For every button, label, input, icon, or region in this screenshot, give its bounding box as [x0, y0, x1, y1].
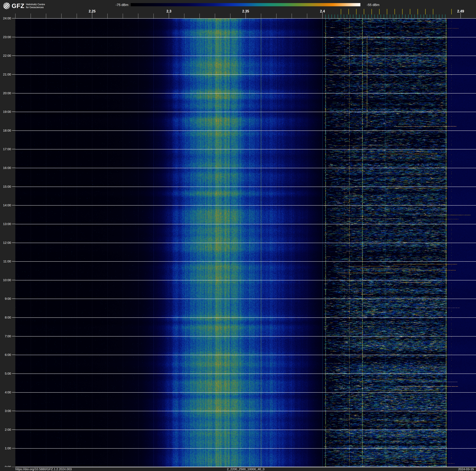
- hour-label: 22:00: [0, 54, 11, 57]
- hour-tick: [12, 224, 15, 224]
- hour-label: 3:00: [0, 409, 11, 413]
- bluetooth-channel-tick: [374, 15, 375, 18]
- freq-minor-tick: [261, 14, 261, 18]
- wifi-channel-tick: [433, 9, 433, 15]
- dataset-id-label: 2_2200_2500_10000_40_0: [15, 468, 476, 471]
- bluetooth-channel-tick: [356, 15, 357, 18]
- bluetooth-channel-tick: [368, 15, 369, 18]
- hour-label: 6:00: [0, 353, 11, 357]
- bluetooth-channel-tick: [384, 15, 384, 18]
- bluetooth-channel-tick: [405, 15, 406, 18]
- freq-major-tick: [460, 13, 461, 18]
- bluetooth-channel-tick: [430, 15, 430, 18]
- hour-label: 4:00: [0, 390, 11, 394]
- hour-label: 16:00: [0, 166, 11, 170]
- bluetooth-channel-tick: [408, 15, 408, 18]
- freq-axis-label: 2.35: [242, 9, 249, 13]
- bluetooth-channel-tick: [439, 15, 439, 18]
- date-label: 2024-03-15: [458, 468, 474, 471]
- freq-minor-tick: [46, 14, 46, 18]
- gfz-logo: GFZ Helmholtz Centre for Geosciences: [3, 1, 45, 10]
- bluetooth-channel-tick: [350, 15, 350, 18]
- freq-minor-tick: [138, 14, 138, 18]
- wifi-channel-tick: [394, 9, 395, 15]
- hour-tick: [12, 430, 15, 430]
- bluetooth-channel-tick: [338, 15, 338, 18]
- bluetooth-channel-tick: [390, 15, 390, 18]
- colorbar-max-label: -55 dBm: [367, 3, 379, 7]
- freq-major-tick: [92, 13, 92, 18]
- hour-label: 24:00: [0, 17, 11, 20]
- hour-label: 18:00: [0, 129, 11, 132]
- freq-major-tick: [322, 13, 323, 18]
- wifi-channel-tick: [418, 9, 418, 15]
- wifi-channel-tick: [402, 9, 403, 15]
- wifi-channel-tick: [387, 9, 387, 15]
- hour-tick: [12, 74, 15, 74]
- freq-minor-tick: [77, 14, 77, 18]
- freq-minor-tick: [230, 14, 230, 18]
- footer-bar: https://doi.org/10.5880/GFZ.1.2.2024.003…: [0, 467, 476, 471]
- wifi-channel-tick: [341, 9, 341, 15]
- bluetooth-channel-tick: [418, 15, 418, 18]
- bluetooth-channel-tick: [399, 15, 399, 18]
- hour-tick: [12, 317, 15, 318]
- hour-tick: [12, 243, 15, 243]
- hour-tick: [12, 336, 15, 336]
- spectrogram-page: GFZ Helmholtz Centre for Geosciences -75…: [0, 0, 476, 471]
- hour-tick: [12, 355, 15, 355]
- bluetooth-channel-tick: [445, 15, 445, 18]
- bluetooth-channel-tick: [365, 15, 366, 18]
- logo-tagline-line1: Helmholtz Centre: [26, 3, 45, 6]
- logo-acronym: GFZ: [12, 2, 24, 9]
- hour-tick: [12, 205, 15, 205]
- freq-axis-label: 2.25: [89, 9, 96, 13]
- wifi-channel-tick: [451, 9, 452, 15]
- hour-tick: [12, 112, 15, 112]
- hour-label: 8:00: [0, 316, 11, 319]
- hour-label: 17:00: [0, 147, 11, 151]
- hour-tick: [12, 392, 15, 392]
- hour-label: 12:00: [0, 241, 11, 245]
- colorbar-min-label: -75 dBm: [110, 3, 128, 7]
- wifi-channel-tick: [379, 9, 380, 15]
- hour-label: 21:00: [0, 72, 11, 76]
- hour-label: 2:00: [0, 428, 11, 432]
- bluetooth-channel-tick: [328, 15, 329, 18]
- hour-tick: [12, 93, 15, 93]
- hour-tick: [12, 18, 15, 18]
- hour-tick: [12, 149, 15, 149]
- freq-axis-label: 2.4: [320, 9, 325, 13]
- bluetooth-channel-tick: [421, 15, 421, 18]
- bluetooth-channel-tick: [442, 15, 442, 18]
- bluetooth-channel-tick: [347, 15, 347, 18]
- freq-minor-tick: [107, 14, 108, 18]
- hour-label: 23:00: [0, 35, 11, 39]
- header-bar: GFZ Helmholtz Centre for Geosciences -75…: [0, 0, 476, 18]
- bluetooth-channel-tick: [362, 15, 362, 18]
- hour-label: 7:00: [0, 334, 11, 338]
- freq-minor-tick: [123, 14, 123, 18]
- freq-minor-tick: [15, 14, 16, 18]
- hour-tick: [12, 411, 15, 411]
- freq-minor-tick: [307, 14, 307, 18]
- bluetooth-channel-tick: [353, 15, 353, 18]
- freq-major-tick: [246, 13, 246, 18]
- bluetooth-channel-tick: [411, 15, 412, 18]
- hour-tick: [12, 280, 15, 280]
- wifi-channel-tick: [348, 9, 349, 15]
- hour-tick: [12, 130, 15, 131]
- hour-label: 1:00: [0, 446, 11, 450]
- hour-label: 5:00: [0, 372, 11, 375]
- logo-tagline-line2: for Geosciences: [26, 6, 44, 9]
- bluetooth-channel-tick: [402, 15, 402, 18]
- wifi-channel-tick: [364, 9, 364, 15]
- freq-axis-label: 2.49: [457, 9, 464, 13]
- hour-tick: [12, 373, 15, 374]
- hour-tick: [12, 186, 15, 187]
- freq-minor-tick: [215, 14, 215, 18]
- colorbar-gradient: [131, 3, 360, 6]
- bluetooth-channel-tick: [359, 15, 359, 18]
- bluetooth-channel-tick: [378, 15, 378, 18]
- hour-tick: [12, 37, 15, 37]
